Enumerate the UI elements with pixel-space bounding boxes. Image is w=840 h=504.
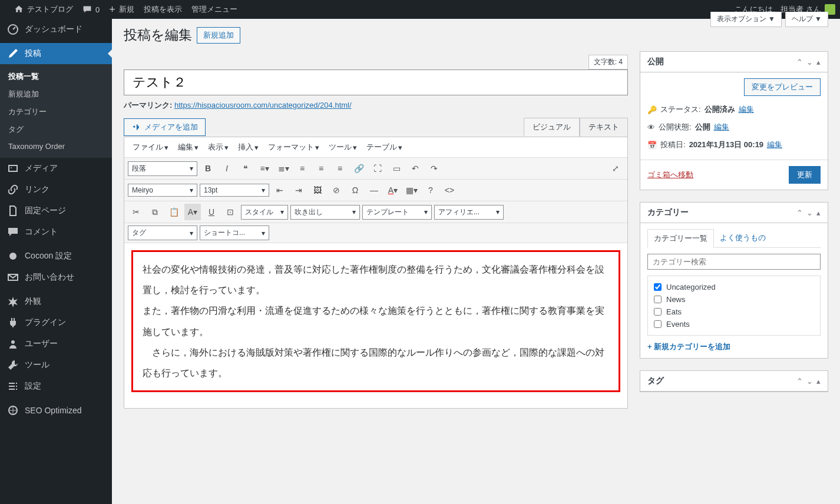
more-tag-icon[interactable]: ▭ <box>388 160 405 177</box>
shortcode-select[interactable]: ショートコ... ▾ <box>200 226 269 240</box>
affiliate-select[interactable]: アフィリエ... ▾ <box>434 205 504 220</box>
move-to-trash-link[interactable]: ゴミ箱へ移動 <box>647 170 693 180</box>
submenu-tags[interactable]: タグ <box>0 121 112 138</box>
special-char-icon[interactable]: Ω <box>347 182 363 198</box>
menu-tools[interactable]: ツール <box>0 354 112 376</box>
add-category-link[interactable]: + 新規カテゴリーを追加 <box>647 341 730 352</box>
italic-icon[interactable]: I <box>219 160 235 177</box>
edit-visibility-link[interactable]: 編集 <box>714 122 729 132</box>
category-item[interactable]: Events <box>654 318 814 330</box>
number-list-icon[interactable]: ≣▾ <box>275 160 292 177</box>
cat-tab-all[interactable]: カテゴリー一覧 <box>647 229 714 248</box>
edit-date-link[interactable]: 編集 <box>767 140 782 150</box>
image-icon[interactable]: 🖼 <box>309 182 326 198</box>
content-area[interactable]: 社会の変化や情報技術の発達，普及等に対応した著作権制度の整備を行うため，文化審議… <box>124 243 627 408</box>
menu-format[interactable]: フォーマット ▾ <box>264 140 323 155</box>
menu-contact[interactable]: お問い合わせ <box>0 267 112 288</box>
undo-icon[interactable]: ↶ <box>407 160 424 177</box>
toggle-icon[interactable]: ▴ <box>816 377 821 386</box>
expand-icon[interactable]: ⤢ <box>607 160 624 177</box>
template-select[interactable]: テンプレート ▾ <box>362 205 432 220</box>
menu-pages[interactable]: 固定ページ <box>0 200 112 221</box>
bg-color-icon[interactable]: A▾ <box>184 204 201 220</box>
admin-menu-link[interactable]: 管理メニュー <box>191 4 237 15</box>
screen-options-toggle[interactable]: 表示オプション ▼ <box>710 12 782 27</box>
underline-icon[interactable]: U <box>203 204 220 220</box>
tab-visual[interactable]: ビジュアル <box>524 118 580 137</box>
category-item[interactable]: Eats <box>654 306 814 318</box>
format-select[interactable]: 段落 ▾ <box>128 161 197 176</box>
menu-file[interactable]: ファイル ▾ <box>129 140 172 155</box>
move-up-icon[interactable]: ⌃ <box>796 377 803 386</box>
menu-cocoon[interactable]: Cocoon 設定 <box>0 246 112 267</box>
permalink-link[interactable]: https://hispaciousroom.com/uncategorized… <box>174 101 352 110</box>
submenu-posts-all[interactable]: 投稿一覧 <box>0 68 112 85</box>
ruby-icon[interactable]: ⊡ <box>222 204 239 220</box>
align-left-icon[interactable]: ≡ <box>294 160 310 177</box>
menu-settings[interactable]: 設定 <box>0 376 112 397</box>
tag-select[interactable]: タグ ▾ <box>128 226 197 240</box>
category-item[interactable]: News <box>654 293 814 306</box>
fullscreen-icon[interactable]: ⛶ <box>369 160 386 177</box>
blockquote-icon[interactable]: ❝ <box>237 160 254 177</box>
preview-button[interactable]: 変更をプレビュー <box>744 78 821 96</box>
move-down-icon[interactable]: ⌄ <box>806 377 813 386</box>
category-item[interactable]: Uncategorized <box>654 281 814 293</box>
add-media-button[interactable]: メディアを追加 <box>124 118 206 136</box>
font-select[interactable]: Meiryo ▾ <box>128 184 197 197</box>
style-select[interactable]: スタイル ▾ <box>241 205 288 220</box>
category-checkbox[interactable] <box>654 320 662 328</box>
balloon-select[interactable]: 吹き出し ▾ <box>290 205 360 220</box>
menu-comments[interactable]: コメント <box>0 221 112 243</box>
move-up-icon[interactable]: ⌃ <box>796 208 803 217</box>
outdent-icon[interactable]: ⇤ <box>272 182 288 198</box>
move-down-icon[interactable]: ⌄ <box>806 58 813 67</box>
move-down-icon[interactable]: ⌄ <box>806 208 813 217</box>
category-checkbox[interactable] <box>654 296 662 303</box>
post-title-input[interactable] <box>124 69 628 95</box>
link-icon[interactable]: 🔗 <box>350 160 367 177</box>
text-color-icon[interactable]: A▾ <box>385 182 401 198</box>
toggle-icon[interactable]: ▴ <box>816 58 821 67</box>
menu-plugins[interactable]: プラグイン <box>0 312 112 333</box>
submenu-taxonomy-order[interactable]: Taxonomy Order <box>0 138 112 154</box>
redo-icon[interactable]: ↷ <box>426 160 442 177</box>
align-center-icon[interactable]: ≡ <box>313 160 329 177</box>
toggle-icon[interactable]: ▴ <box>816 208 821 217</box>
indent-icon[interactable]: ⇥ <box>290 182 307 198</box>
paste-icon[interactable]: 📋 <box>166 204 182 220</box>
menu-seo[interactable]: SEO Optimized <box>0 400 112 421</box>
bullet-list-icon[interactable]: ≡▾ <box>256 160 273 177</box>
menu-appearance[interactable]: 外観 <box>0 291 112 312</box>
unlink-icon[interactable]: ⊘ <box>328 182 345 198</box>
menu-posts[interactable]: 投稿 <box>0 43 112 64</box>
align-right-icon[interactable]: ≡ <box>332 160 348 177</box>
bold-icon[interactable]: B <box>200 160 216 177</box>
move-up-icon[interactable]: ⌃ <box>796 58 803 67</box>
category-search-input[interactable] <box>647 254 821 270</box>
edit-status-link[interactable]: 編集 <box>739 104 754 115</box>
menu-dashboard[interactable]: ダッシュボード <box>0 19 112 40</box>
cat-tab-popular[interactable]: よく使うもの <box>714 229 772 247</box>
table-icon[interactable]: ▦▾ <box>404 182 420 198</box>
submenu-posts-new[interactable]: 新規追加 <box>0 85 112 103</box>
fontsize-select[interactable]: 13pt ▾ <box>200 184 269 197</box>
update-button[interactable]: 更新 <box>789 166 821 184</box>
menu-view[interactable]: 表示 ▾ <box>204 140 232 155</box>
new-content-link[interactable]: +新規 <box>109 4 134 16</box>
help-icon[interactable]: ? <box>422 182 439 198</box>
category-checkbox[interactable] <box>654 283 662 291</box>
menu-table[interactable]: テーブル ▾ <box>363 140 406 155</box>
category-checkbox[interactable] <box>654 308 662 316</box>
cut-icon[interactable]: ✂ <box>128 204 144 220</box>
tab-text[interactable]: テキスト <box>580 118 628 137</box>
code-icon[interactable]: <> <box>441 182 458 198</box>
menu-media[interactable]: メディア <box>0 158 112 179</box>
hr-icon[interactable]: ― <box>366 182 382 198</box>
view-post-link[interactable]: 投稿を表示 <box>144 4 182 15</box>
menu-links[interactable]: リンク <box>0 179 112 200</box>
help-toggle[interactable]: ヘルプ ▼ <box>785 12 828 27</box>
comments-link[interactable]: 0 <box>82 5 100 14</box>
menu-users[interactable]: ユーザー <box>0 333 112 354</box>
menu-tools[interactable]: ツール ▾ <box>325 140 361 155</box>
